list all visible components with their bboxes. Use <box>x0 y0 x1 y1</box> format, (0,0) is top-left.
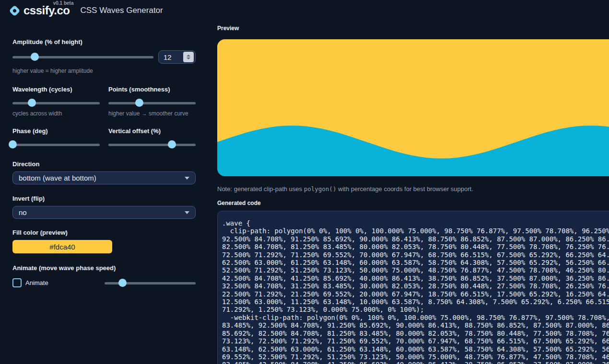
animate-speed-slider[interactable] <box>105 279 196 287</box>
brand: cssify.co v0.1 beta CSS Waves Generator <box>9 3 217 18</box>
spinner-down-icon[interactable] <box>187 57 190 59</box>
amplitude-hint: higher value = higher amplitude <box>12 68 196 74</box>
slider-track <box>12 144 100 146</box>
slider-track <box>12 102 100 104</box>
amplitude-value: 12 <box>164 53 172 61</box>
logo-text: cssify.co <box>23 4 70 17</box>
slider-track <box>108 144 196 146</box>
slider-thumb[interactable] <box>9 140 17 148</box>
vertical-offset-label: Vertical offset (%) <box>108 127 196 135</box>
number-spinner[interactable] <box>183 52 194 62</box>
clip-path-note: Note: generated clip-path uses polygon()… <box>217 185 609 193</box>
fill-color-swatch[interactable]: #fdca40 <box>12 240 112 253</box>
animate-checkbox-label: Animate <box>25 279 48 286</box>
animate-label: Animate (move wave phase speed) <box>12 264 196 272</box>
wavelength-slider[interactable] <box>12 99 100 107</box>
controls-panel: Amplitude (% of height) 12 higher value … <box>12 38 196 287</box>
invert-select[interactable]: no <box>12 206 196 219</box>
phase-slider[interactable] <box>12 140 100 149</box>
fill-color-label: Fill color (preview) <box>12 229 196 236</box>
wavelength-hint: cycles across width <box>12 110 100 117</box>
slider-thumb[interactable] <box>118 279 127 287</box>
sidebar: cssify.co v0.1 beta CSS Waves Generator … <box>0 0 217 364</box>
preview-label: Preview <box>217 25 609 32</box>
fill-color-value: #fdca40 <box>49 243 75 251</box>
animate-checkbox[interactable] <box>12 278 22 287</box>
slider-thumb[interactable] <box>28 99 36 107</box>
wave-shape <box>217 39 609 176</box>
amplitude-label: Amplitude (% of height) <box>12 38 196 46</box>
invert-label: Invert (flip) <box>12 195 196 202</box>
generated-code-label: Generated code <box>217 200 609 206</box>
points-hint: higher value → smoother curve <box>108 110 196 117</box>
vertical-offset-slider[interactable] <box>108 140 196 149</box>
wave-preview <box>217 39 609 176</box>
slider-thumb[interactable] <box>31 53 39 61</box>
slider-thumb[interactable] <box>168 140 176 148</box>
logo-icon <box>9 5 20 16</box>
direction-select[interactable]: bottom (wave at bottom) <box>12 171 196 184</box>
app-root: cssify.co v0.1 beta CSS Waves Generator … <box>0 0 609 364</box>
slider-track <box>108 102 196 104</box>
amplitude-slider[interactable] <box>12 53 153 61</box>
slider-thumb[interactable] <box>135 99 143 107</box>
chevron-down-icon <box>185 177 189 180</box>
direction-label: Direction <box>12 160 196 168</box>
wavelength-label: Wavelength (cycles) <box>12 86 100 93</box>
polygon-code-inline: polygon() <box>304 185 337 193</box>
invert-value: no <box>19 208 27 216</box>
page-title: CSS Waves Generator <box>80 6 163 15</box>
main-column: Preview Note: generated clip-path uses p… <box>217 0 609 364</box>
phase-label: Phase (deg) <box>12 127 100 135</box>
spinner-up-icon[interactable] <box>187 55 190 57</box>
amplitude-number-input[interactable]: 12 <box>158 50 196 64</box>
direction-value: bottom (wave at bottom) <box>19 174 96 182</box>
points-slider[interactable] <box>108 99 196 107</box>
version-badge: v0.1 beta <box>53 0 74 6</box>
chevron-down-icon <box>185 211 189 214</box>
points-label: Points (smoothness) <box>108 86 196 93</box>
generated-code-block[interactable]: .wave { clip-path: polygon(0% 0%, 100% 0… <box>217 211 609 364</box>
